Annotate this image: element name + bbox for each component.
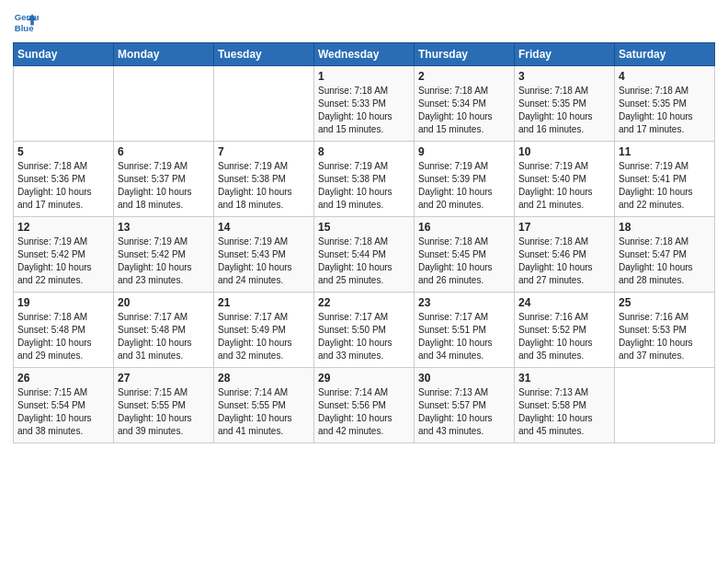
calendar-cell: 27Sunrise: 7:15 AM Sunset: 5:55 PM Dayli… [114, 368, 214, 443]
page: General Blue SundayMondayTuesdayWednesda… [0, 0, 728, 563]
calendar-cell: 13Sunrise: 7:19 AM Sunset: 5:42 PM Dayli… [114, 217, 214, 293]
cell-info: Sunrise: 7:14 AM Sunset: 5:55 PM Dayligh… [218, 386, 310, 438]
calendar-cell: 11Sunrise: 7:19 AM Sunset: 5:41 PM Dayli… [615, 142, 715, 217]
calendar-cell [214, 66, 314, 142]
cell-info: Sunrise: 7:15 AM Sunset: 5:55 PM Dayligh… [118, 386, 210, 438]
calendar-cell: 9Sunrise: 7:19 AM Sunset: 5:39 PM Daylig… [415, 142, 515, 217]
weekday-header-wednesday: Wednesday [314, 43, 415, 66]
day-number: 11 [619, 145, 711, 158]
cell-info: Sunrise: 7:18 AM Sunset: 5:46 PM Dayligh… [518, 236, 610, 287]
calendar-cell: 29Sunrise: 7:14 AM Sunset: 5:56 PM Dayli… [314, 368, 415, 443]
day-number: 3 [518, 70, 610, 83]
cell-info: Sunrise: 7:18 AM Sunset: 5:35 PM Dayligh… [518, 85, 610, 136]
calendar-cell: 21Sunrise: 7:17 AM Sunset: 5:49 PM Dayli… [214, 293, 314, 368]
weekday-header-saturday: Saturday [615, 43, 715, 66]
cell-info: Sunrise: 7:15 AM Sunset: 5:54 PM Dayligh… [17, 386, 109, 438]
day-number: 10 [518, 145, 610, 158]
calendar-cell: 16Sunrise: 7:18 AM Sunset: 5:45 PM Dayli… [415, 217, 515, 293]
calendar-cell: 25Sunrise: 7:16 AM Sunset: 5:53 PM Dayli… [615, 293, 715, 368]
calendar-cell: 7Sunrise: 7:19 AM Sunset: 5:38 PM Daylig… [214, 142, 314, 217]
day-number: 22 [318, 296, 410, 309]
calendar-cell: 26Sunrise: 7:15 AM Sunset: 5:54 PM Dayli… [14, 368, 114, 443]
day-number: 31 [518, 372, 610, 385]
week-row-3: 12Sunrise: 7:19 AM Sunset: 5:42 PM Dayli… [14, 217, 715, 293]
day-number: 4 [619, 70, 711, 83]
calendar-cell: 15Sunrise: 7:18 AM Sunset: 5:44 PM Dayli… [314, 217, 415, 293]
cell-info: Sunrise: 7:18 AM Sunset: 5:44 PM Dayligh… [318, 236, 410, 287]
cell-info: Sunrise: 7:19 AM Sunset: 5:38 PM Dayligh… [218, 160, 310, 212]
day-number: 25 [619, 296, 711, 309]
day-number: 17 [518, 221, 610, 234]
calendar-cell [615, 368, 715, 443]
week-row-2: 5Sunrise: 7:18 AM Sunset: 5:36 PM Daylig… [14, 142, 715, 217]
cell-info: Sunrise: 7:19 AM Sunset: 5:38 PM Dayligh… [318, 160, 410, 212]
week-row-5: 26Sunrise: 7:15 AM Sunset: 5:54 PM Dayli… [14, 368, 715, 443]
calendar-cell: 10Sunrise: 7:19 AM Sunset: 5:40 PM Dayli… [515, 142, 615, 217]
cell-info: Sunrise: 7:17 AM Sunset: 5:51 PM Dayligh… [418, 311, 510, 362]
day-number: 5 [17, 145, 109, 158]
cell-info: Sunrise: 7:18 AM Sunset: 5:45 PM Dayligh… [418, 236, 510, 287]
calendar-cell [114, 66, 214, 142]
calendar-cell: 20Sunrise: 7:17 AM Sunset: 5:48 PM Dayli… [114, 293, 214, 368]
cell-info: Sunrise: 7:14 AM Sunset: 5:56 PM Dayligh… [318, 386, 410, 438]
svg-text:General: General [15, 12, 39, 22]
day-number: 21 [218, 296, 310, 309]
calendar-cell: 6Sunrise: 7:19 AM Sunset: 5:37 PM Daylig… [114, 142, 214, 217]
day-number: 2 [418, 70, 510, 83]
day-number: 8 [318, 145, 410, 158]
day-number: 29 [318, 372, 410, 385]
calendar-cell: 1Sunrise: 7:18 AM Sunset: 5:33 PM Daylig… [314, 66, 415, 142]
week-row-4: 19Sunrise: 7:18 AM Sunset: 5:48 PM Dayli… [14, 293, 715, 368]
calendar-cell: 22Sunrise: 7:17 AM Sunset: 5:50 PM Dayli… [314, 293, 415, 368]
header: General Blue [13, 9, 715, 35]
cell-info: Sunrise: 7:19 AM Sunset: 5:39 PM Dayligh… [418, 160, 510, 212]
calendar-cell: 18Sunrise: 7:18 AM Sunset: 5:47 PM Dayli… [615, 217, 715, 293]
weekday-header-thursday: Thursday [415, 43, 515, 66]
calendar-cell: 30Sunrise: 7:13 AM Sunset: 5:57 PM Dayli… [415, 368, 515, 443]
calendar-cell: 2Sunrise: 7:18 AM Sunset: 5:34 PM Daylig… [415, 66, 515, 142]
weekday-header-row: SundayMondayTuesdayWednesdayThursdayFrid… [14, 43, 715, 66]
calendar-cell: 14Sunrise: 7:19 AM Sunset: 5:43 PM Dayli… [214, 217, 314, 293]
day-number: 18 [619, 221, 711, 234]
cell-info: Sunrise: 7:19 AM Sunset: 5:42 PM Dayligh… [118, 236, 210, 287]
day-number: 27 [118, 372, 210, 385]
cell-info: Sunrise: 7:19 AM Sunset: 5:37 PM Dayligh… [118, 160, 210, 212]
calendar-cell: 23Sunrise: 7:17 AM Sunset: 5:51 PM Dayli… [415, 293, 515, 368]
day-number: 13 [118, 221, 210, 234]
day-number: 28 [218, 372, 310, 385]
calendar-cell: 24Sunrise: 7:16 AM Sunset: 5:52 PM Dayli… [515, 293, 615, 368]
weekday-header-tuesday: Tuesday [214, 43, 314, 66]
cell-info: Sunrise: 7:19 AM Sunset: 5:40 PM Dayligh… [518, 160, 610, 212]
day-number: 19 [17, 296, 109, 309]
cell-info: Sunrise: 7:18 AM Sunset: 5:35 PM Dayligh… [619, 85, 711, 136]
weekday-header-monday: Monday [114, 43, 214, 66]
day-number: 26 [17, 372, 109, 385]
calendar-cell: 28Sunrise: 7:14 AM Sunset: 5:55 PM Dayli… [214, 368, 314, 443]
cell-info: Sunrise: 7:19 AM Sunset: 5:41 PM Dayligh… [619, 160, 711, 212]
calendar-table: SundayMondayTuesdayWednesdayThursdayFrid… [13, 42, 715, 443]
cell-info: Sunrise: 7:16 AM Sunset: 5:53 PM Dayligh… [619, 311, 711, 362]
logo: General Blue [13, 9, 39, 35]
cell-info: Sunrise: 7:13 AM Sunset: 5:57 PM Dayligh… [418, 386, 510, 438]
day-number: 9 [418, 145, 510, 158]
calendar-cell [14, 66, 114, 142]
day-number: 16 [418, 221, 510, 234]
cell-info: Sunrise: 7:13 AM Sunset: 5:58 PM Dayligh… [518, 386, 610, 438]
day-number: 1 [318, 70, 410, 83]
cell-info: Sunrise: 7:19 AM Sunset: 5:43 PM Dayligh… [218, 236, 310, 287]
day-number: 23 [418, 296, 510, 309]
cell-info: Sunrise: 7:17 AM Sunset: 5:49 PM Dayligh… [218, 311, 310, 362]
cell-info: Sunrise: 7:18 AM Sunset: 5:36 PM Dayligh… [17, 160, 109, 212]
day-number: 14 [218, 221, 310, 234]
weekday-header-friday: Friday [515, 43, 615, 66]
week-row-1: 1Sunrise: 7:18 AM Sunset: 5:33 PM Daylig… [14, 66, 715, 142]
day-number: 15 [318, 221, 410, 234]
day-number: 20 [118, 296, 210, 309]
calendar-cell: 31Sunrise: 7:13 AM Sunset: 5:58 PM Dayli… [515, 368, 615, 443]
calendar-cell: 4Sunrise: 7:18 AM Sunset: 5:35 PM Daylig… [615, 66, 715, 142]
cell-info: Sunrise: 7:18 AM Sunset: 5:48 PM Dayligh… [17, 311, 109, 362]
calendar-cell: 19Sunrise: 7:18 AM Sunset: 5:48 PM Dayli… [14, 293, 114, 368]
calendar-cell: 12Sunrise: 7:19 AM Sunset: 5:42 PM Dayli… [14, 217, 114, 293]
cell-info: Sunrise: 7:18 AM Sunset: 5:34 PM Dayligh… [418, 85, 510, 136]
day-number: 30 [418, 372, 510, 385]
